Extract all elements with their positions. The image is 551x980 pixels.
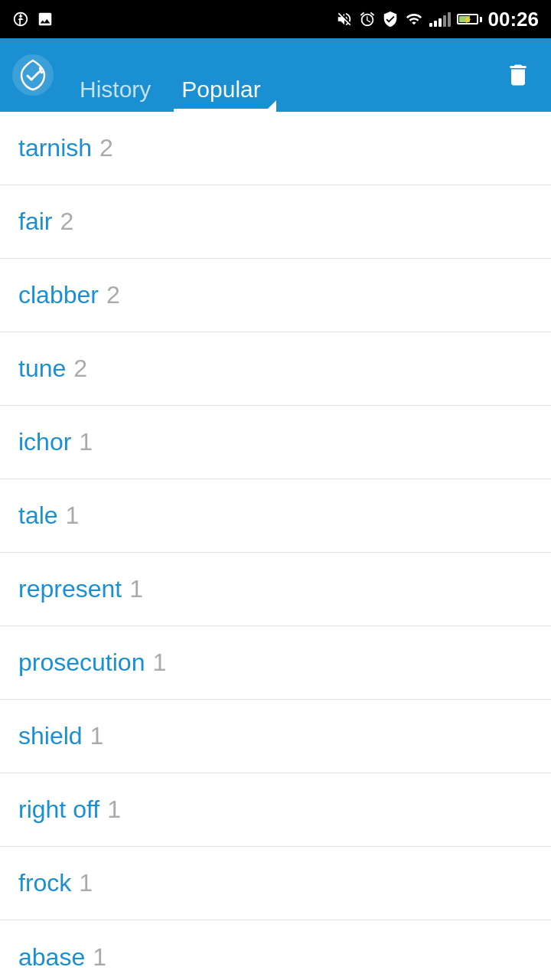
list-item[interactable]: tarnish2 bbox=[0, 112, 551, 185]
word-count: 2 bbox=[99, 134, 113, 162]
tab-active-indicator bbox=[264, 100, 276, 113]
word-count: 2 bbox=[60, 207, 73, 236]
list-item[interactable]: tune2 bbox=[0, 332, 551, 406]
image-icon bbox=[37, 11, 54, 28]
word-count: 1 bbox=[79, 869, 93, 897]
word-count: 1 bbox=[90, 722, 104, 750]
word-text: tale bbox=[18, 501, 58, 530]
word-count: 1 bbox=[66, 501, 80, 530]
list-item[interactable]: prosecution1 bbox=[0, 626, 551, 700]
status-right-icons: ⚡ 00:26 bbox=[336, 8, 540, 31]
mute-icon bbox=[336, 11, 353, 28]
word-text: fair bbox=[18, 207, 52, 236]
word-text: frock bbox=[18, 869, 71, 897]
list-item[interactable]: right off1 bbox=[0, 773, 551, 847]
status-left-icons bbox=[12, 11, 54, 28]
list-item[interactable]: fair2 bbox=[0, 185, 551, 259]
list-item[interactable]: represent1 bbox=[0, 553, 551, 626]
word-count: 1 bbox=[79, 428, 93, 456]
word-text: tarnish bbox=[18, 134, 92, 162]
tab-popular[interactable]: Popular bbox=[166, 38, 276, 112]
word-text: abase bbox=[18, 943, 85, 972]
word-text: clabber bbox=[18, 281, 99, 309]
status-bar: ⚡ 00:26 bbox=[0, 0, 551, 38]
list-item[interactable]: ichor1 bbox=[0, 406, 551, 479]
word-count: 1 bbox=[152, 648, 166, 677]
vpn-icon bbox=[382, 11, 399, 28]
word-text: shield bbox=[18, 722, 83, 750]
word-list: tarnish2fair2clabber2tune2ichor1tale1rep… bbox=[0, 112, 551, 980]
trash-icon bbox=[504, 61, 532, 89]
word-text: tune bbox=[18, 354, 66, 383]
list-item[interactable]: clabber2 bbox=[0, 259, 551, 332]
usb-icon bbox=[12, 11, 29, 28]
list-item[interactable]: abase1 bbox=[0, 920, 551, 980]
word-text: prosecution bbox=[18, 648, 145, 677]
list-item[interactable]: tale1 bbox=[0, 479, 551, 553]
app-bar: History Popular bbox=[0, 38, 551, 112]
word-text: right off bbox=[18, 795, 99, 824]
battery-indicator: ⚡ bbox=[457, 14, 482, 24]
word-count: 1 bbox=[93, 943, 106, 972]
wifi-icon bbox=[405, 11, 423, 28]
status-time: 00:26 bbox=[488, 8, 540, 31]
tab-history[interactable]: History bbox=[64, 38, 166, 112]
word-count: 2 bbox=[73, 354, 87, 383]
alarm-icon bbox=[359, 11, 376, 28]
word-text: ichor bbox=[18, 428, 71, 456]
list-item[interactable]: frock1 bbox=[0, 847, 551, 920]
nav-tabs: History Popular bbox=[64, 38, 497, 112]
list-item[interactable]: shield1 bbox=[0, 700, 551, 773]
app-logo bbox=[12, 54, 54, 96]
word-text: represent bbox=[18, 575, 122, 603]
word-count: 2 bbox=[106, 281, 120, 309]
word-count: 1 bbox=[107, 795, 121, 824]
delete-button[interactable] bbox=[497, 54, 539, 96]
word-count: 1 bbox=[129, 575, 143, 603]
signal-strength bbox=[429, 11, 451, 27]
